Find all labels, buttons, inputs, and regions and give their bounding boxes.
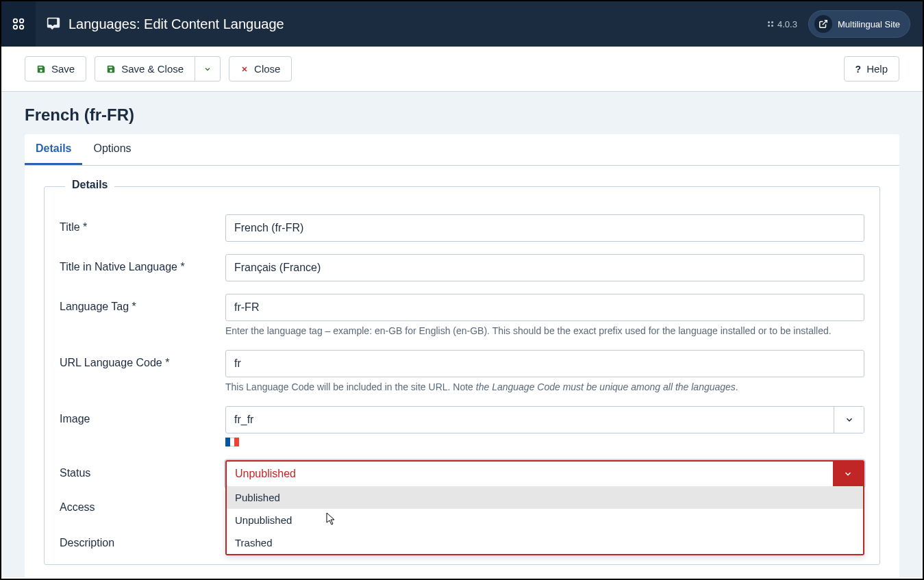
input-title[interactable] — [225, 214, 864, 242]
save-close-group: Save & Close — [95, 56, 221, 81]
close-icon — [240, 65, 249, 73]
select-status[interactable]: Unpublished Published Unpublished Trashe… — [225, 460, 864, 488]
help-button[interactable]: ? Help — [844, 56, 899, 81]
help-icon: ? — [856, 64, 862, 75]
save-close-label: Save & Close — [121, 63, 184, 75]
version-badge: 4.0.3 — [766, 19, 797, 29]
help-url-code: This Language Code will be included in t… — [225, 381, 864, 392]
close-button[interactable]: Close — [229, 56, 292, 81]
save-icon — [36, 64, 46, 74]
save-label: Save — [51, 63, 75, 75]
svg-point-5 — [771, 21, 773, 23]
details-fieldset: Details Title * Title in Native Language… — [44, 186, 880, 565]
save-dropdown-toggle[interactable] — [195, 56, 221, 81]
joomla-icon — [11, 16, 26, 31]
tab-options[interactable]: Options — [82, 134, 142, 165]
content-area: French (fr-FR) Details Options Details T… — [1, 92, 923, 577]
svg-point-0 — [14, 19, 18, 23]
input-url-code[interactable] — [225, 350, 864, 377]
svg-line-8 — [823, 21, 827, 25]
help-url-code-a: This Language Code will be included in t… — [225, 381, 476, 392]
svg-point-1 — [20, 19, 24, 23]
input-native[interactable] — [225, 254, 864, 281]
help-label: Help — [866, 63, 888, 75]
site-link-label: Multilingual Site — [838, 19, 900, 29]
label-status: Status — [60, 460, 225, 479]
svg-point-3 — [20, 25, 24, 29]
status-dropdown: Published Unpublished Trashed — [225, 486, 864, 555]
chevron-down-icon — [203, 65, 212, 73]
joomla-logo[interactable] — [1, 1, 36, 47]
row-tag: Language Tag * Enter the language tag – … — [60, 294, 864, 346]
svg-point-6 — [768, 25, 770, 27]
chevron-down-icon — [834, 407, 864, 433]
svg-point-7 — [771, 25, 773, 27]
app-header: Languages: Edit Content Language 4.0.3 M… — [1, 1, 923, 47]
comments-icon — [45, 16, 62, 31]
input-tag[interactable] — [225, 294, 864, 321]
label-title: Title * — [60, 214, 225, 234]
status-option-unpublished[interactable]: Unpublished — [227, 509, 863, 531]
svg-point-4 — [768, 21, 770, 23]
svg-point-2 — [14, 25, 18, 29]
status-option-trashed[interactable]: Trashed — [227, 531, 863, 554]
select-image[interactable]: fr_fr — [225, 406, 864, 433]
label-description: Description — [60, 530, 225, 549]
label-image: Image — [60, 406, 225, 425]
row-image: Image fr_fr — [60, 406, 864, 456]
flag-france-icon — [225, 438, 239, 446]
select-status-value: Unpublished — [227, 462, 833, 486]
action-toolbar: Save Save & Close Close ? Help — [1, 47, 923, 92]
help-tag: Enter the language tag – example: en-GB … — [225, 325, 864, 336]
page-title: French (fr-FR) — [25, 105, 899, 125]
label-tag: Language Tag * — [60, 294, 225, 313]
row-url-code: URL Language Code * This Language Code w… — [60, 350, 864, 402]
version-text: 4.0.3 — [777, 19, 797, 29]
row-native: Title in Native Language * — [60, 254, 864, 281]
save-button[interactable]: Save — [25, 56, 86, 81]
close-label: Close — [254, 63, 280, 75]
label-native: Title in Native Language * — [60, 254, 225, 273]
help-url-code-b: the Language Code must be unique among a… — [476, 381, 736, 392]
row-status: Status Unpublished Published Unpublished… — [60, 460, 864, 488]
label-url-code: URL Language Code * — [60, 350, 225, 369]
form-panel: Details Title * Title in Native Language… — [25, 166, 899, 577]
status-option-published[interactable]: Published — [227, 486, 863, 509]
fieldset-legend: Details — [65, 179, 114, 191]
site-link-button[interactable]: Multilingual Site — [808, 10, 910, 38]
tab-details[interactable]: Details — [25, 134, 82, 165]
save-close-button[interactable]: Save & Close — [95, 56, 195, 81]
external-link-icon — [814, 15, 832, 33]
row-title: Title * — [60, 214, 864, 242]
select-image-value: fr_fr — [226, 407, 834, 433]
label-access: Access — [60, 494, 225, 514]
tab-bar: Details Options — [25, 134, 899, 166]
save-icon — [106, 64, 116, 74]
chevron-down-icon — [833, 462, 863, 486]
page-header-title: Languages: Edit Content Language — [68, 16, 284, 32]
